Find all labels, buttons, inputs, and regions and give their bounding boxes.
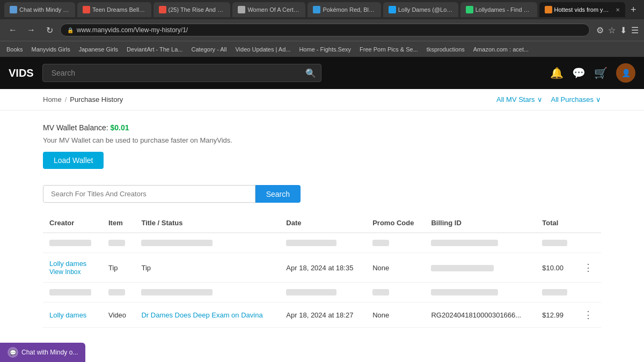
cell-more-blurred <box>577 233 601 253</box>
title-search-input[interactable] <box>43 185 255 203</box>
cell-total-blurred-2: ██████ <box>536 283 576 302</box>
col-title: Title / Status <box>135 213 280 233</box>
bookmark-free-porn-label: Free Porn Pics & Se... <box>360 46 418 53</box>
header-search-bar: 🔍 <box>42 64 321 82</box>
bookmark-books-label: Books <box>6 46 23 53</box>
bookmark-tks[interactable]: tksproductions <box>425 45 467 54</box>
bookmark-manyvids-girls[interactable]: Manyvids Girls <box>30 45 72 54</box>
wallet-description: Your MV Wallet can be used to purchase f… <box>43 136 601 144</box>
extensions-button[interactable]: ⚙ <box>596 25 604 35</box>
load-wallet-button[interactable]: Load Wallet <box>43 152 104 169</box>
bookmark-amazon-label: Amazon.com : acet... <box>473 46 529 53</box>
redacted-total-2: ██████ <box>542 289 567 295</box>
wallet-balance-label: MV Wallet Balance: <box>43 123 108 132</box>
col-total: Total <box>536 213 576 233</box>
tab-favicon-6 <box>389 6 396 13</box>
row-more-button-2[interactable]: ⋮ <box>583 309 593 321</box>
menu-button[interactable]: ☰ <box>631 25 639 35</box>
tab-label-3: (25) The Rise And R... <box>169 6 225 13</box>
bookmark-video-updates[interactable]: Video Updates | Ad... <box>233 45 292 54</box>
download-button[interactable]: ⬇ <box>620 25 627 35</box>
tab-label-2: Teen Dreams Belle... <box>92 6 145 13</box>
creator-link-1[interactable]: Lolly dames <box>49 260 96 268</box>
avatar-image: 👤 <box>621 69 631 77</box>
bookmark-category[interactable]: Category - All <box>189 45 229 54</box>
bookmark-japanese-girls-label: Japanese Girls <box>79 46 118 53</box>
tab-label-8: Hottest vids from your fav <box>554 6 611 13</box>
address-bar[interactable]: 🔒 www.manyvids.com/View-my-history/1/ <box>60 24 590 36</box>
creator-link-2[interactable]: Lolly dames <box>49 311 96 319</box>
all-purchases-button[interactable]: All Purchases ∨ <box>551 95 601 104</box>
cell-more-1: ⋮ <box>577 253 601 283</box>
tab-bar: Chat with Mindy o... Teen Dreams Belle..… <box>0 0 644 19</box>
cell-more-blurred-2 <box>577 283 601 302</box>
video-title-link[interactable]: Dr Dames Does Deep Exam on Davina <box>141 311 262 319</box>
tab-6[interactable]: Lolly Dames (@Loll... <box>383 2 458 17</box>
cell-item-1: Tip <box>102 253 135 283</box>
cell-item-2: Video <box>102 302 135 328</box>
new-tab-button[interactable]: + <box>627 3 640 16</box>
header-actions: 🔔 💬 🛒 👤 <box>550 63 635 83</box>
cell-more-2: ⋮ <box>577 302 601 328</box>
bookmark-deviantart[interactable]: DeviantArt - The La... <box>125 45 185 54</box>
cell-billing-2: RG2024041810000301666... <box>425 302 536 328</box>
cell-promo-blurred-2: ████ <box>366 283 425 302</box>
all-purchases-chevron: ∨ <box>596 95 601 104</box>
browser-actions: ⚙ ☆ ⬇ ☰ <box>596 25 639 35</box>
refresh-button[interactable]: ↻ <box>42 23 57 38</box>
tab-favicon-5 <box>313 6 320 13</box>
back-button[interactable]: ← <box>5 23 20 38</box>
bookmark-deviantart-label: DeviantArt - The La... <box>127 46 182 53</box>
view-inbox-link-1[interactable]: View Inbox <box>49 268 80 276</box>
tab-favicon-8 <box>545 6 552 13</box>
breadcrumb-home[interactable]: Home <box>43 95 62 104</box>
chat-widget[interactable]: 💬 Chat with Mindy o... <box>0 343 85 362</box>
cart-icon[interactable]: 🛒 <box>594 67 608 79</box>
notifications-icon[interactable]: 🔔 <box>550 67 564 79</box>
all-purchases-label: All Purchases <box>551 95 594 104</box>
page-content: Home / Purchase History All MV Stars ∨ A… <box>0 89 644 362</box>
chat-icon[interactable]: 💬 <box>572 67 586 79</box>
col-actions <box>577 213 601 233</box>
bookmark-amazon[interactable]: Amazon.com : acet... <box>471 45 531 54</box>
cell-creator-1: Lolly dames View Inbox <box>43 253 102 283</box>
user-avatar[interactable]: 👤 <box>616 63 635 83</box>
all-mv-stars-label: All MV Stars <box>496 95 535 104</box>
tab-3[interactable]: (25) The Rise And R... <box>153 2 231 17</box>
tab-7[interactable]: Lollydames - Find G... <box>460 2 537 17</box>
breadcrumb-separator: / <box>65 95 67 104</box>
title-search-button[interactable]: Search <box>255 185 301 203</box>
cell-creator-blurred: ██████████ <box>43 233 102 253</box>
title-search-section: Search <box>43 185 301 203</box>
bookmarks-bar: Books Manyvids Girls Japanese Girls Devi… <box>0 41 644 57</box>
bookmark-japanese-girls[interactable]: Japanese Girls <box>77 45 120 54</box>
redacted-billing-2: ████████████████ <box>431 289 498 295</box>
tab-1[interactable]: Chat with Mindy o... <box>4 2 75 17</box>
wallet-section: MV Wallet Balance: $0.01 Your MV Wallet … <box>43 123 601 169</box>
all-mv-stars-button[interactable]: All MV Stars ∨ <box>496 95 543 104</box>
breadcrumb-actions: All MV Stars ∨ All Purchases ∨ <box>496 95 601 104</box>
bookmark-button[interactable]: ☆ <box>608 25 616 35</box>
address-text: www.manyvids.com/View-my-history/1/ <box>77 26 188 34</box>
tab-8[interactable]: Hottest vids from your fav ✕ <box>539 2 625 17</box>
bookmark-fights-sexy[interactable]: Home - Fights.Sexy <box>297 45 353 54</box>
tab-close-8[interactable]: ✕ <box>616 7 620 13</box>
breadcrumb-current: Purchase History <box>70 95 123 104</box>
redacted-date: ████████████ <box>286 240 336 246</box>
row-more-button-1[interactable]: ⋮ <box>583 262 593 274</box>
redacted-promo: ████ <box>372 240 389 246</box>
tab-2[interactable]: Teen Dreams Belle... <box>77 2 151 17</box>
tab-4[interactable]: Women Of A Certa... <box>232 2 305 17</box>
cell-date-1: Apr 18, 2024 at 18:35 <box>280 253 366 283</box>
cell-total-1: $10.00 <box>536 253 576 283</box>
col-billing: Billing ID <box>425 213 536 233</box>
cell-total-2: $12.99 <box>536 302 576 328</box>
bookmark-free-porn[interactable]: Free Porn Pics & Se... <box>357 45 420 54</box>
header-search-icon[interactable]: 🔍 <box>305 68 316 78</box>
bookmark-books[interactable]: Books <box>4 45 25 54</box>
tab-5[interactable]: Pokémon Red, Blu... <box>308 2 380 17</box>
forward-button[interactable]: → <box>24 23 39 38</box>
header-search-input[interactable] <box>42 64 321 82</box>
table-row-2: Lolly dames Video Dr Dames Does Deep Exa… <box>43 302 601 328</box>
cell-creator-blurred-2: ██████████ <box>43 283 102 302</box>
